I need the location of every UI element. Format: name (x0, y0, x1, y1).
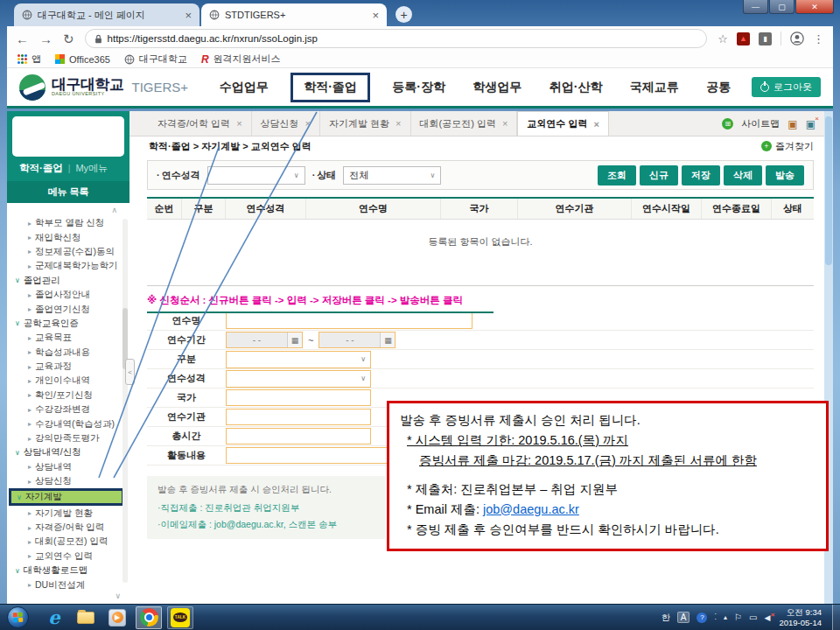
bookmark-remote-support[interactable]: R 원격지원서비스 (201, 52, 281, 66)
save-button[interactable]: 저장 (682, 165, 720, 186)
country-input[interactable] (226, 389, 371, 406)
bookmark-star-icon[interactable]: ☆ (718, 33, 728, 45)
sidebar-tab-haksa[interactable]: 학적·졸업 (19, 162, 63, 175)
show-desktop-button[interactable] (832, 605, 840, 630)
workspace-tab[interactable]: 대회(공모전) 입력 × (411, 111, 518, 136)
start-button[interactable] (7, 606, 29, 628)
portal-nav-item[interactable]: 학생업무 (467, 75, 527, 100)
volume-muted-icon[interactable]: ◀× (764, 613, 770, 622)
sidebar-menu-item[interactable]: ∨ ▸ 상담내역 (7, 460, 130, 474)
workspace-tab[interactable]: 상담신청 × (252, 111, 320, 136)
sidebar-menu-item[interactable]: ∨ ▸ 상담신청 (7, 474, 130, 488)
maximize-button[interactable]: ▢ (769, 0, 794, 14)
institution-input[interactable] (226, 409, 371, 425)
sidebar-menu-item[interactable]: ∨ ▸ 군제대복학가능학기 (7, 259, 130, 273)
hidden-icons-chevron[interactable]: ▴ (724, 613, 727, 621)
calendar-icon[interactable]: ▦ (287, 332, 302, 347)
sidebar-menu-item[interactable]: ∨ ▸ 정보제공(수집)동의 (7, 245, 130, 259)
tab-close-icon[interactable]: × (185, 10, 192, 21)
sidebar-menu-item[interactable]: ∨ ▸ 자기계발 (9, 488, 124, 506)
new-tab-button[interactable]: + (396, 6, 412, 23)
sidebar-menu-item[interactable]: ∨ ▸ 강의만족도평가 (7, 431, 130, 445)
portal-nav-item[interactable]: 국제교류 (625, 75, 684, 100)
portal-nav-item[interactable]: 수업업무 (214, 75, 274, 100)
period-start-input[interactable]: - - ▦ (226, 332, 303, 348)
sidebar-tab-mymenu[interactable]: My메뉴 (75, 162, 108, 175)
back-icon[interactable]: ← (16, 32, 29, 46)
open-window-icon[interactable]: ▣ (788, 119, 797, 130)
taskbar-explorer-button[interactable] (73, 606, 99, 629)
workspace-tab[interactable]: 자기계발 현황 × (320, 111, 411, 136)
forward-icon[interactable]: → (39, 32, 52, 46)
send-button[interactable]: 발송 (766, 165, 804, 186)
scroll-up-chevron-icon[interactable]: ∧ (7, 206, 130, 216)
browser-menu-icon[interactable]: ⋮ (813, 33, 824, 45)
status-filter-select[interactable]: 전체 ∨ (343, 166, 441, 185)
taskbar-ie-button[interactable]: e (41, 606, 67, 629)
taskbar-clock[interactable]: 오전 9:34 2019-05-14 (779, 607, 822, 627)
minimize-button[interactable]: — (743, 0, 768, 14)
action-center-flag-icon[interactable]: ⚐ (734, 612, 742, 622)
sidebar-menu-item[interactable]: ∨ ▸ 학습성과내용 (7, 346, 130, 360)
refresh-icon[interactable]: ↻ (63, 32, 74, 46)
bookmark-daegu-univ[interactable]: 대구대학교 (124, 52, 187, 66)
address-bar[interactable]: https://tigersstd.daegu.ac.kr/nxrun/ssoL… (85, 29, 708, 48)
tab-close-icon[interactable]: × (372, 10, 379, 21)
close-icon[interactable]: × (236, 118, 242, 129)
close-button[interactable]: ✕ (795, 0, 834, 14)
sidebar-menu-item[interactable]: ∨ ▸ 자기계발 현황 (7, 506, 130, 520)
page-scrollbar-thumb[interactable] (825, 116, 832, 265)
university-logo[interactable]: 대구대학교 DAEGU UNIVERSITY TIGERS+ (19, 74, 199, 101)
sidebar-menu-item[interactable]: ∨ ▸ 교외연수 입력 (7, 550, 130, 564)
nature-select[interactable]: ∨ (226, 370, 371, 388)
period-end-input[interactable]: - - ▦ (318, 332, 396, 348)
sidebar-menu-item[interactable]: ∨ ▸ 재입학신청 (7, 230, 130, 244)
close-icon[interactable]: × (593, 119, 598, 130)
sidebar-menu-item[interactable]: ∨ ▸ DU비전설계 (7, 578, 130, 592)
sidebar-menu-item[interactable]: ∨ ▸ 공학교육인증 (7, 317, 130, 331)
email-link[interactable]: job@daegu.ac.kr (483, 502, 579, 516)
close-all-windows-icon[interactable]: ▣× (806, 119, 816, 130)
ime-help-icon[interactable]: ? (696, 612, 707, 623)
logout-button[interactable]: 로그아웃 (752, 77, 821, 97)
sidebar-scrollbar[interactable] (122, 219, 128, 583)
taskbar-chrome-button[interactable] (136, 606, 162, 629)
sidebar-menu-item[interactable]: ∨ ▸ 졸업관리 (7, 274, 130, 288)
sidebar-menu-item[interactable]: ∨ ▸ 대회(공모전) 입력 (7, 535, 130, 549)
sidebar-menu-item[interactable]: ∨ ▸ 졸업사정안내 (7, 288, 130, 302)
sidebar-menu-item[interactable]: ∨ ▸ 교육목표 (7, 331, 130, 345)
ime-english-indicator[interactable]: A (677, 612, 690, 623)
sidebar-menu-item[interactable]: ∨ ▸ 자격증/어학 입력 (7, 521, 130, 535)
search-button[interactable]: 조회 (598, 165, 636, 186)
taskbar-media-player-button[interactable]: ▶ (104, 606, 130, 629)
sidebar-menu-item[interactable]: ∨ ▸ 개인이수내역 (7, 374, 130, 388)
sidebar-menu-item[interactable]: ∨ ▸ 교육과정 (7, 360, 130, 374)
sidebar-collapse-handle[interactable]: < (125, 359, 135, 385)
add-favorite-link[interactable]: 즐겨찾기 (775, 140, 814, 153)
scroll-down-chevron-icon[interactable]: ∨ (115, 592, 121, 600)
total-hours-input[interactable] (226, 428, 371, 444)
portal-nav-item[interactable]: 학적·졸업 (290, 73, 370, 102)
portal-nav-item[interactable]: 등록·장학 (387, 75, 451, 100)
apps-shortcut[interactable]: 앱 (18, 52, 41, 66)
sidebar-menu-item[interactable]: ∨ ▸ 수강내역(학습성과) (7, 416, 130, 430)
calendar-icon[interactable]: ▦ (380, 332, 395, 347)
display-icon[interactable]: ▭ (749, 612, 757, 622)
bookmark-office365[interactable]: Office365 (55, 54, 110, 65)
new-button[interactable]: 신규 (640, 165, 678, 186)
workspace-tab[interactable]: 교외연수 입력 × (517, 111, 609, 136)
sidebar-menu-item[interactable]: ∨ ▸ 확인/포기신청 (7, 388, 130, 402)
training-name-input[interactable] (226, 312, 472, 329)
portal-nav-item[interactable]: 공통 (701, 75, 736, 100)
portal-nav-item[interactable]: 취업·산학 (544, 75, 608, 100)
taskbar-kakaotalk-button[interactable]: TALK (167, 606, 193, 629)
tray-settings-icon[interactable]: ⁚ (714, 613, 717, 621)
workspace-tab[interactable]: 자격증/어학 입력 × (149, 111, 252, 136)
sidebar-menu-item[interactable]: ∨ ▸ 졸업연기신청 (7, 302, 130, 316)
sitemap-link[interactable]: 사이트맵 (741, 117, 780, 130)
category-select[interactable]: ∨ (226, 351, 371, 368)
close-icon[interactable]: × (502, 118, 508, 129)
browser-tab-stdtigers[interactable]: STDTIGERS+ × (201, 4, 387, 26)
nature-filter-select[interactable]: ∨ (207, 166, 305, 185)
extension-icon[interactable]: ▮ (759, 32, 772, 46)
